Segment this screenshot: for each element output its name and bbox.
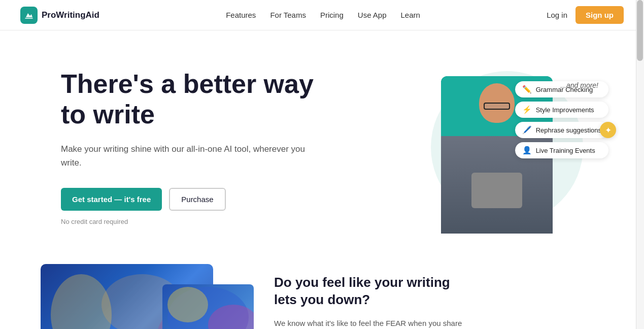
nav-use-app[interactable]: Use App [358,11,387,19]
pill-style-label: Style Improvements [536,106,594,114]
pill-rephrase: 🖊️ Rephrase suggestions [515,122,608,138]
style-icon: ⚡ [522,105,532,114]
training-icon: 👤 [522,146,532,155]
logo-text: ProWritingAid [42,10,99,20]
signup-button[interactable]: Sign up [575,6,624,24]
more-label: ...and more! [560,81,598,89]
lower-section: My idea in my head Do you feel like your… [0,254,644,329]
sparkle-badge: ✦ [600,122,616,138]
hero-illustration: ...and more! ✏️ Grammar Checking ⚡ Style… [411,61,603,234]
purchase-button[interactable]: Purchase [169,188,225,211]
hero-title: There's a better way to write [61,69,325,130]
nav-right: Log in Sign up [547,6,624,24]
hero-subtitle: Make your writing shine with our all-in-… [61,142,325,170]
no-credit-text: No credit card required [61,218,325,225]
logo-link[interactable]: ProWritingAid [20,7,99,24]
person-laptop [471,173,522,208]
person-head [479,83,515,123]
pill-training-label: Live Training Events [536,147,595,154]
pill-training: 👤 Live Training Events [515,142,608,158]
lower-text: Do you feel like your writing lets you d… [274,264,467,329]
nav-links: Features For Teams Pricing Use App Learn [226,11,420,20]
login-button[interactable]: Log in [547,11,567,19]
pill-style: ⚡ Style Improvements [515,102,608,118]
nav-features[interactable]: Features [226,11,256,19]
feature-pills: ...and more! ✏️ Grammar Checking ⚡ Style… [515,81,608,158]
get-started-button[interactable]: Get started — it's free [61,188,162,211]
nav-pricing[interactable]: Pricing [320,11,344,19]
navbar: ProWritingAid Features For Teams Pricing… [0,0,644,30]
svg-point-2 [167,287,208,322]
person-glasses [484,103,510,110]
scrollbar[interactable] [636,0,644,329]
hero-text: There's a better way to write Make your … [61,69,325,225]
nav-learn[interactable]: Learn [401,11,420,19]
hero-section: There's a better way to write Make your … [0,30,644,254]
logo-icon [20,7,38,24]
scrollbar-thumb [637,0,643,61]
grammar-icon: ✏️ [522,85,532,94]
pill-rephrase-label: Rephrase suggestions [536,126,601,134]
lower-image-secondary [162,284,254,329]
rephrase-icon: 🖊️ [522,125,532,135]
nav-teams[interactable]: For Teams [270,11,306,19]
hero-buttons: Get started — it's free Purchase [61,188,325,211]
lower-title: Do you feel like your writing lets you d… [274,274,467,309]
lower-desc: We know what it's like to feel the FEAR … [274,317,467,329]
